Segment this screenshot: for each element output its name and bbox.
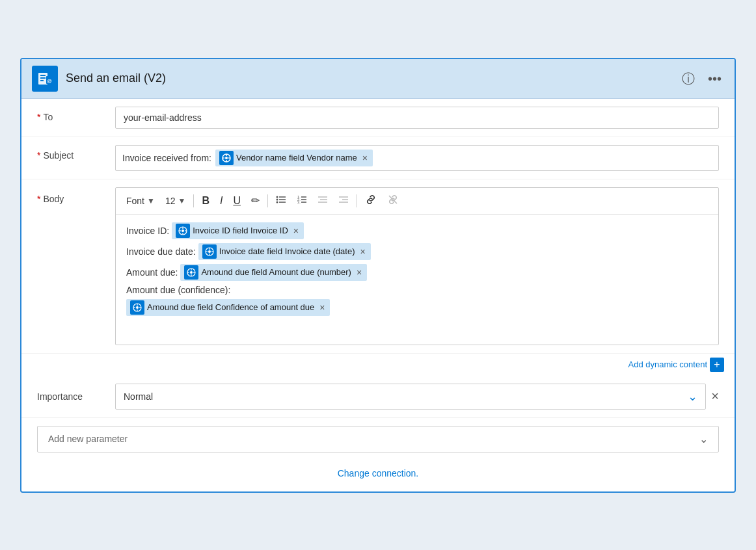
outlook-icon: @ [32, 66, 58, 92]
ordered-list-icon: 1.2.3. [297, 196, 307, 207]
importance-close-button[interactable]: × [711, 389, 719, 404]
add-param-chevron-icon: ⌄ [699, 433, 708, 445]
form-body: *To *Subject Invoice received from: [21, 99, 735, 491]
subject-label: *Subject [37, 145, 115, 161]
body-line-invoice-date: Invoice due date: [126, 243, 708, 260]
importance-select[interactable]: Normal ⌄ [115, 384, 706, 410]
svg-rect-1 [40, 75, 46, 76]
svg-rect-2 [40, 77, 46, 79]
toolbar-separator-3 [357, 194, 357, 207]
importance-value: Normal [124, 391, 153, 402]
increase-indent-button[interactable] [334, 192, 353, 209]
bold-button[interactable]: B [198, 193, 213, 209]
to-row: *To [21, 99, 735, 137]
subject-tag-icon [219, 151, 234, 165]
invoice-date-label: Invoice due date: [126, 246, 196, 257]
send-email-card: @ Send an email (V2) ⓘ ••• *To *Subjec [20, 58, 736, 493]
font-label: Font [126, 196, 144, 206]
ordered-list-button[interactable]: 1.2.3. [293, 192, 311, 209]
body-line-invoice-id: Invoice ID: [126, 222, 708, 239]
subject-row: *Subject Invoice received from: [21, 137, 735, 179]
bottom-section: Change connection. [21, 460, 735, 491]
invoice-date-tag: Invoice date field Invoice date (date) × [198, 243, 371, 260]
decrease-indent-button[interactable] [314, 192, 332, 209]
importance-row: Importance Normal ⌄ × [21, 376, 735, 418]
toolbar-separator-2 [267, 194, 268, 207]
svg-rect-3 [40, 80, 44, 81]
font-select-button[interactable]: Font ▼ [122, 194, 159, 207]
body-line-confidence: Amount due (confidence): [126, 285, 708, 295]
svg-point-38 [208, 250, 211, 253]
body-editor: Font ▼ 12 ▼ B I U [115, 187, 719, 345]
add-parameter-row[interactable]: Add new parameter ⌄ [37, 426, 719, 452]
subject-tag-text: Vendor name field Vendor name [236, 153, 357, 163]
underline-icon: U [233, 195, 241, 206]
svg-point-32 [182, 229, 184, 232]
decrease-indent-icon [317, 196, 328, 207]
svg-point-44 [190, 271, 193, 274]
subject-dynamic-tag: Vendor name field Vendor name × [215, 150, 373, 166]
size-dropdown-arrow: ▼ [178, 196, 185, 205]
invoice-id-label: Invoice ID: [126, 226, 169, 236]
amount-due-tag-text: Amound due field Amount due (number) [201, 267, 351, 277]
header-left: @ Send an email (V2) [32, 66, 166, 92]
add-dynamic-content-button[interactable]: Add dynamic content [628, 360, 707, 369]
info-button[interactable]: ⓘ [679, 70, 697, 88]
italic-button[interactable]: I [216, 193, 226, 209]
confidence-label: Amount due (confidence): [126, 285, 230, 295]
card-title: Send an email (V2) [66, 72, 166, 85]
unordered-list-button[interactable] [272, 192, 290, 209]
add-parameter-label: Add new parameter [48, 434, 128, 444]
invoice-date-tag-close[interactable]: × [359, 247, 367, 256]
insert-link-button[interactable] [361, 192, 381, 210]
underline-button[interactable]: U [229, 193, 245, 209]
dynamic-content-bar: Add dynamic content + [21, 354, 735, 376]
amount-due-tag-icon [184, 265, 198, 280]
body-toolbar: Font ▼ 12 ▼ B I U [116, 188, 718, 215]
to-label: *To [37, 107, 115, 122]
pencil-icon: ✏ [251, 195, 260, 206]
svg-point-50 [136, 306, 139, 309]
toolbar-separator-1 [193, 194, 194, 207]
confidence-tag-close[interactable]: × [318, 303, 326, 312]
body-line-confidence-tag: Amound due field Confidence of amount du… [126, 299, 708, 316]
unordered-list-icon [276, 196, 286, 207]
confidence-tag-icon [130, 300, 144, 315]
remove-link-button[interactable] [383, 192, 403, 210]
font-size-label: 12 [165, 196, 176, 206]
body-line-amount-due: Amount due: [126, 264, 708, 281]
body-content-area[interactable]: Invoice ID: [116, 215, 718, 345]
italic-icon: I [220, 195, 223, 206]
change-connection-button[interactable]: Change connection. [21, 460, 735, 486]
subject-input-container[interactable]: Invoice received from: Vendor name field… [115, 145, 719, 171]
body-row: *Body Font ▼ 12 ▼ B [21, 179, 735, 354]
importance-actions: × [711, 389, 719, 404]
font-dropdown-arrow: ▼ [147, 196, 155, 205]
subject-tag-close-button[interactable]: × [361, 153, 369, 163]
increase-indent-icon [338, 196, 349, 207]
svg-point-12 [276, 196, 278, 198]
svg-text:@: @ [47, 78, 52, 84]
more-button[interactable]: ••• [705, 70, 724, 88]
svg-point-7 [225, 157, 228, 159]
invoice-date-tag-text: Invoice date field Invoice date (date) [219, 246, 355, 256]
amount-due-tag-close[interactable]: × [355, 268, 363, 277]
invoice-id-tag-close[interactable]: × [292, 226, 300, 235]
link-icon [365, 196, 377, 207]
card-header: @ Send an email (V2) ⓘ ••• [21, 59, 735, 99]
importance-label: Importance [37, 391, 115, 402]
to-input[interactable] [115, 107, 719, 129]
subject-static-text: Invoice received from: [122, 153, 211, 163]
body-label: *Body [37, 187, 115, 204]
svg-point-16 [276, 201, 278, 203]
confidence-tag-text: Amound due field Confidence of amount du… [147, 302, 314, 312]
invoice-id-tag: Invoice ID field Invoice ID × [172, 222, 304, 239]
invoice-date-tag-icon [202, 244, 217, 259]
pencil-button[interactable]: ✏ [247, 192, 263, 209]
unlink-icon [387, 196, 399, 207]
add-dynamic-plus-button[interactable]: + [710, 358, 724, 372]
font-size-button[interactable]: 12 ▼ [161, 194, 189, 207]
ellipsis-icon: ••• [708, 72, 722, 86]
svg-text:3.: 3. [297, 200, 301, 204]
svg-point-14 [276, 198, 278, 200]
